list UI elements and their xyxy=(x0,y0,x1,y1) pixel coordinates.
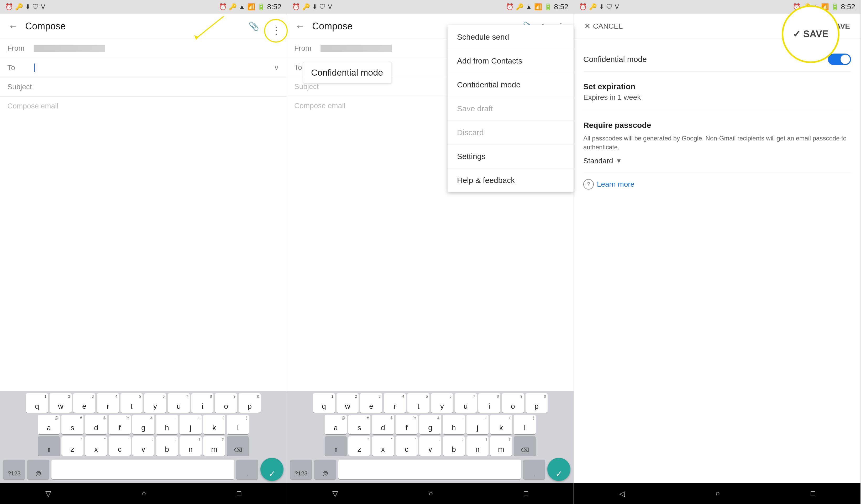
menu-discard[interactable]: Discard xyxy=(448,121,574,145)
nav-back-2[interactable]: ▽ xyxy=(332,489,338,498)
key-w[interactable]: 2w xyxy=(50,393,72,413)
key-v[interactable]: :v xyxy=(132,436,154,456)
key-x-2[interactable]: "x xyxy=(372,436,394,456)
key-m[interactable]: ?m xyxy=(203,436,225,456)
passcode-chevron-icon[interactable]: ▼ xyxy=(616,157,622,165)
key-b-2[interactable]: ;b xyxy=(443,436,465,456)
key-t-2[interactable]: 5t xyxy=(407,393,429,413)
menu-help-feedback[interactable]: Help & feedback xyxy=(448,168,574,192)
key-r[interactable]: 4r xyxy=(97,393,119,413)
key-b[interactable]: ;b xyxy=(156,436,178,456)
key-g[interactable]: &g xyxy=(132,415,154,434)
more-button-1[interactable]: ⋮ xyxy=(271,25,281,36)
key-d[interactable]: $d xyxy=(85,415,107,434)
key-g-2[interactable]: &g xyxy=(419,415,441,434)
key-r-2[interactable]: 4r xyxy=(384,393,406,413)
key-f[interactable]: %f xyxy=(109,415,131,434)
learn-more-link[interactable]: Learn more xyxy=(597,180,634,189)
key-o-2[interactable]: 9o xyxy=(502,393,524,413)
key-k-2[interactable]: (k xyxy=(490,415,512,434)
nav-back-1[interactable]: ▽ xyxy=(45,489,51,498)
key-i[interactable]: 8i xyxy=(191,393,214,413)
key-period[interactable]: . xyxy=(236,460,258,479)
key-action-2[interactable]: ✓ xyxy=(547,458,571,481)
key-action[interactable]: ✓ xyxy=(260,458,284,481)
menu-settings[interactable]: Settings xyxy=(448,145,574,168)
nav-recent-1[interactable]: □ xyxy=(237,489,241,498)
vpn-icon: ⬇ xyxy=(25,3,30,11)
key-n[interactable]: !n xyxy=(180,436,202,456)
key-num-toggle-2[interactable]: ?123 xyxy=(290,460,312,479)
key-o[interactable]: 9o xyxy=(215,393,237,413)
passcode-option[interactable]: Standard xyxy=(583,157,613,165)
key-a-2[interactable]: @a xyxy=(325,415,347,434)
key-e-2[interactable]: 3e xyxy=(360,393,382,413)
key-c[interactable]: 'c xyxy=(109,436,131,456)
key-m-2[interactable]: ?m xyxy=(490,436,512,456)
menu-save-draft[interactable]: Save draft xyxy=(448,97,574,121)
status-icons-right-2: ⏰ 🔑 ▲ 📶 🔋 8:52 xyxy=(506,3,568,11)
key-u-2[interactable]: 7u xyxy=(455,393,477,413)
key-t[interactable]: 5t xyxy=(121,393,142,413)
key-a[interactable]: @a xyxy=(38,415,60,434)
key-q-2[interactable]: 1q xyxy=(313,393,335,413)
key-l-2[interactable]: )l xyxy=(514,415,536,434)
key-shift-2[interactable]: ⇑ xyxy=(325,436,347,456)
key-i-2[interactable]: 8i xyxy=(478,393,500,413)
key-y[interactable]: 6y xyxy=(144,393,166,413)
key-z[interactable]: *z xyxy=(62,436,83,456)
key-z-2[interactable]: *z xyxy=(348,436,370,456)
key-at-2[interactable]: @ xyxy=(314,460,336,479)
key-u[interactable]: 7u xyxy=(168,393,190,413)
to-chevron-1[interactable]: ∨ xyxy=(274,63,279,72)
nav-home-3[interactable]: ○ xyxy=(715,489,720,498)
battery-icon-3: 🔋 xyxy=(831,3,839,11)
key-s-2[interactable]: #s xyxy=(348,415,370,434)
compose-body-1[interactable]: Compose email xyxy=(0,97,287,115)
nav-recent-2[interactable]: □ xyxy=(524,489,528,498)
back-button-2[interactable]: ← xyxy=(293,19,307,34)
key-y-2[interactable]: 6y xyxy=(431,393,453,413)
key-x[interactable]: "x xyxy=(85,436,107,456)
key-shift[interactable]: ⇑ xyxy=(38,436,60,456)
nav-home-1[interactable]: ○ xyxy=(142,489,146,498)
key-h[interactable]: -h xyxy=(156,415,178,434)
key-space[interactable] xyxy=(52,460,234,479)
key-j-2[interactable]: +j xyxy=(466,415,489,434)
nav-recent-3[interactable]: □ xyxy=(810,489,815,498)
key-p-2[interactable]: 0p xyxy=(525,393,548,413)
key-num-toggle[interactable]: ?123 xyxy=(3,460,25,479)
menu-confidential-mode[interactable]: Confidential mode xyxy=(448,73,574,97)
nav-back-3[interactable]: ◁ xyxy=(619,489,625,498)
alarm2-icon: ⏰ xyxy=(219,3,227,11)
key-j[interactable]: +j xyxy=(180,415,202,434)
battery-icon-2: 🔋 xyxy=(544,3,552,11)
cancel-button[interactable]: ✕ CANCEL xyxy=(580,20,627,32)
key-v-2[interactable]: :v xyxy=(419,436,441,456)
key-p[interactable]: 0p xyxy=(238,393,261,413)
key-space-2[interactable] xyxy=(338,460,521,479)
back-button-1[interactable]: ← xyxy=(6,19,20,34)
attachment-icon[interactable]: 📎 xyxy=(246,19,261,33)
key-c-2[interactable]: 'c xyxy=(396,436,418,456)
menu-add-contacts[interactable]: Add from Contacts xyxy=(448,49,574,73)
key-h-2[interactable]: -h xyxy=(443,415,465,434)
nav-home-2[interactable]: ○ xyxy=(429,489,433,498)
key-backspace-2[interactable]: ⌫ xyxy=(514,436,536,456)
key-at[interactable]: @ xyxy=(27,460,49,479)
key-backspace[interactable]: ⌫ xyxy=(227,436,249,456)
key-e[interactable]: 3e xyxy=(73,393,95,413)
key-d-2[interactable]: $d xyxy=(372,415,394,434)
key-l[interactable]: )l xyxy=(227,415,249,434)
key-s[interactable]: #s xyxy=(62,415,83,434)
menu-schedule-send[interactable]: Schedule send xyxy=(448,25,574,49)
confidential-toggle[interactable] xyxy=(828,54,851,65)
key-f-2[interactable]: %f xyxy=(396,415,418,434)
to-row-1[interactable]: To ∨ xyxy=(0,58,287,78)
key-q[interactable]: 1q xyxy=(26,393,48,413)
key-w-2[interactable]: 2w xyxy=(337,393,358,413)
subject-row-1[interactable]: Subject xyxy=(0,78,287,97)
key-k[interactable]: (k xyxy=(203,415,225,434)
key-period-2[interactable]: . xyxy=(523,460,545,479)
key-n-2[interactable]: !n xyxy=(466,436,489,456)
